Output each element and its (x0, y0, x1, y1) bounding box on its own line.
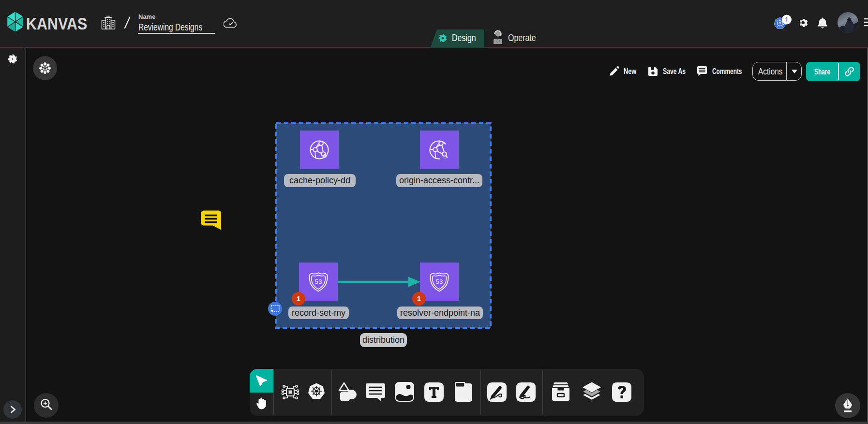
svg-text:53: 53 (436, 278, 443, 285)
svg-text:53: 53 (315, 278, 322, 285)
svg-text:1: 1 (785, 16, 789, 24)
